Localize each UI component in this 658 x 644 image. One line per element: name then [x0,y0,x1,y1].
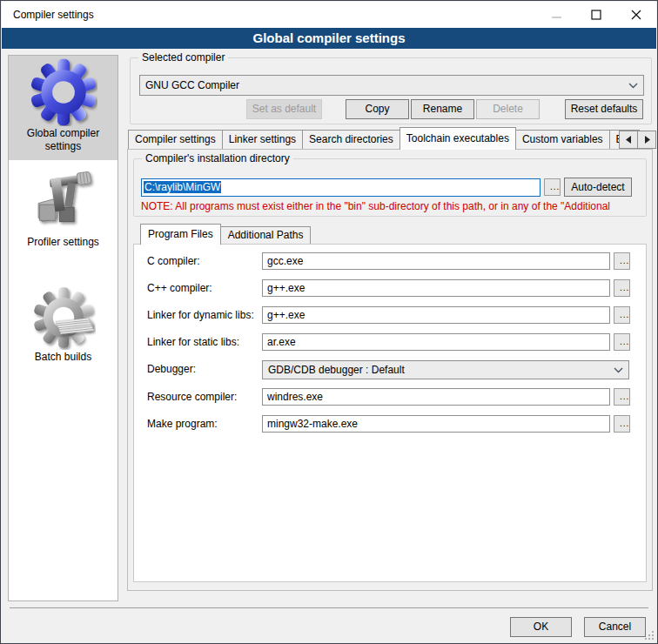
tab-scroll-left-icon [626,136,632,144]
compiler-select-value: GNU GCC Compiler [145,79,628,91]
field-label: C++ compiler: [147,279,212,297]
footer-separator [10,607,648,608]
toolchain-executables-panel: Compiler's installation directory C:\ray… [127,149,653,591]
resource-compiler-input[interactable] [262,388,610,406]
copy-button[interactable]: Copy [346,99,409,119]
installation-directory-value: C:\raylib\MinGW [144,181,221,193]
dynamic-linker-input[interactable] [262,306,610,324]
maximize-icon [591,10,601,20]
sidebar-item-label: Batch builds [9,350,118,366]
blue-gear-icon [30,58,97,126]
window-controls [536,2,656,28]
tab-scroll-right-button[interactable] [637,131,656,149]
tab-scroll-left-button[interactable] [619,131,638,149]
rename-button[interactable]: Rename [411,99,474,119]
minimize-button[interactable] [536,2,576,28]
static-linker-input[interactable] [262,333,610,351]
tab-scroll-right-icon [644,136,650,144]
field-label: Linker for dynamic libs: [147,306,254,324]
program-files-page: C compiler: ... C++ compiler: ... Linker… [133,244,647,582]
cancel-button[interactable]: Cancel [584,617,646,637]
ok-button[interactable]: OK [510,617,572,637]
resize-grip[interactable] [645,631,655,641]
make-program-input[interactable] [262,415,610,433]
browse-resource-compiler-button[interactable]: ... [614,388,630,406]
tab-program-files[interactable]: Program Files [140,224,221,245]
tab-compiler-settings[interactable]: Compiler settings [128,130,223,149]
tab-search-directories[interactable]: Search directories [302,130,400,149]
maximize-button[interactable] [576,2,616,28]
cpp-compiler-input[interactable] [262,279,610,297]
field-label: Resource compiler: [147,388,237,406]
toolchain-subtabstrip: Program Files Additional Paths [140,224,310,245]
reset-defaults-button[interactable]: Reset defaults [565,99,643,119]
titlebar: Compiler settings [2,2,656,28]
caliper-icon [30,169,97,235]
window-title: Compiler settings [2,9,94,21]
auto-detect-button[interactable]: Auto-detect [564,178,632,197]
settings-category-list: Global compiler settings Profile [8,55,118,601]
browse-installation-directory-button[interactable]: ... [544,178,561,196]
browse-dynamic-linker-button[interactable]: ... [614,306,630,324]
field-label: Debugger: [147,360,196,378]
browse-c-compiler-button[interactable]: ... [614,252,630,270]
minimize-icon [552,10,561,20]
field-label: C compiler: [147,252,200,270]
chevron-down-icon [614,367,623,373]
gray-gear-papers-icon [31,285,96,350]
note-text: NOTE: All programs must exist either in … [141,200,645,213]
sidebar-item-profiler-settings[interactable]: Profiler settings [9,166,118,260]
sidebar-item-batch-builds[interactable]: Batch builds [9,283,118,370]
sidebar-item-global-compiler-settings[interactable]: Global compiler settings [9,56,118,160]
browse-cpp-compiler-button[interactable]: ... [614,279,630,297]
tab-linker-settings[interactable]: Linker settings [222,130,303,149]
browse-static-linker-button[interactable]: ... [614,333,630,351]
c-compiler-input[interactable] [262,252,610,270]
installation-directory-group: Compiler's installation directory C:\ray… [133,158,647,217]
tab-toolchain-executables[interactable]: Toolchain executables [400,127,516,150]
tab-custom-variables[interactable]: Custom variables [515,130,610,149]
sidebar-item-label: Global compiler settings [9,126,118,156]
chevron-down-icon [628,83,638,89]
field-label: Linker for static libs: [147,333,239,351]
debugger-select[interactable]: GDB/CDB debugger : Default [262,360,629,379]
field-label: Make program: [147,415,218,433]
debugger-select-value: GDB/CDB debugger : Default [268,364,614,376]
settings-tabstrip: Compiler settings Linker settings Search… [128,127,639,150]
installation-directory-input[interactable]: C:\raylib\MinGW [141,178,540,197]
browse-make-program-button[interactable]: ... [614,415,630,433]
close-icon [631,10,641,20]
tab-additional-paths[interactable]: Additional Paths [220,226,312,244]
set-as-default-button[interactable]: Set as default [246,99,322,119]
compiler-settings-window: Compiler settings Global compiler settin… [0,0,658,644]
delete-button[interactable]: Delete [476,99,540,119]
selected-compiler-group: Selected compiler GNU GCC Compiler Set a… [130,57,652,124]
dialog-header: Global compiler settings [2,28,656,49]
group-label: Compiler's installation directory [142,152,293,165]
sidebar-item-label: Profiler settings [9,235,118,252]
group-label: Selected compiler [138,51,228,64]
close-button[interactable] [616,2,656,28]
compiler-select[interactable]: GNU GCC Compiler [139,75,644,96]
